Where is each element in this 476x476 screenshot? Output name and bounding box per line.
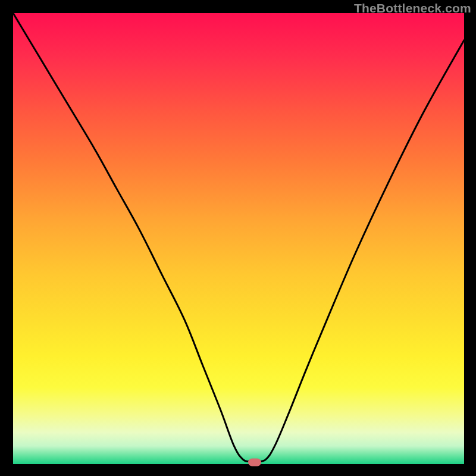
optimal-point-marker	[248, 458, 261, 466]
chart-plot-area	[13, 13, 464, 464]
bottleneck-curve	[13, 13, 464, 464]
